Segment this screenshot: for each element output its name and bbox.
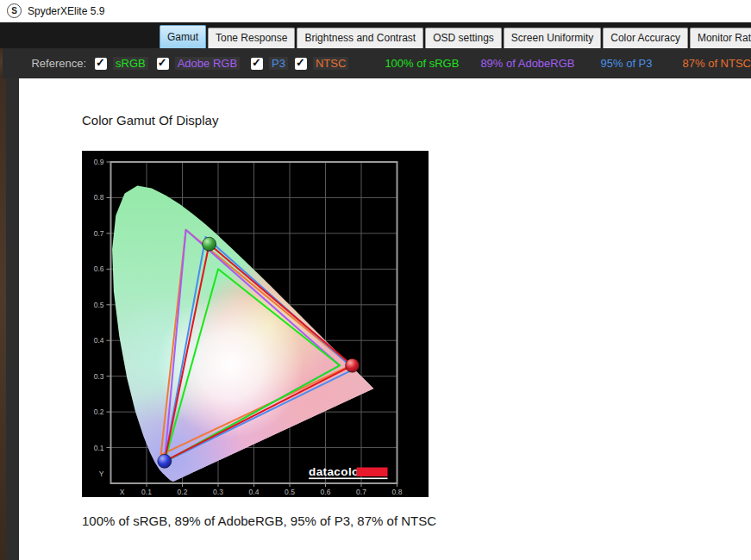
tab-screen-uniformity[interactable]: Screen Uniformity [504,28,601,48]
svg-text:0.6: 0.6 [321,488,331,496]
page-title: Color Gamut Of Display [82,113,218,128]
adobe-rgb-coverage-text: 89% of AdobeRGB [480,57,574,70]
svg-text:0.5: 0.5 [285,488,295,496]
spyder-logo-icon: S [7,3,22,18]
svg-text:0.1: 0.1 [94,444,104,452]
p3-checkbox[interactable] [251,58,263,70]
srgb-checkbox[interactable] [95,58,107,70]
svg-text:0.9: 0.9 [94,158,104,166]
svg-text:X: X [120,488,125,496]
tab-monitor-rating[interactable]: Monitor Rating [690,28,751,48]
svg-text:0.3: 0.3 [94,372,104,381]
svg-text:0.7: 0.7 [94,229,104,238]
svg-text:Y: Y [99,470,104,478]
ntsc-coverage-text: 87% of NTSC [683,57,751,70]
srgb-coverage-text: 100% of sRGB [385,57,459,70]
tab-osd-settings[interactable]: OSD settings [425,28,502,48]
adobe-rgb-label: Adobe RGB [175,57,240,70]
svg-text:0.8: 0.8 [392,488,403,496]
svg-text:0.6: 0.6 [94,264,104,273]
svg-text:0.8: 0.8 [94,193,104,202]
tab-bar: Gamut Tone Response Brightness and Contr… [0,22,751,48]
svg-text:0.5: 0.5 [94,301,104,309]
svg-text:0.3: 0.3 [213,488,223,496]
desktop-edge-strip [0,78,6,560]
tab-gamut[interactable]: Gamut [160,25,206,48]
srgb-label: sRGB [113,57,148,70]
svg-text:0.4: 0.4 [94,336,104,345]
ntsc-checkbox[interactable] [295,58,307,70]
window-title: SpyderXElite 5.9 [28,5,104,17]
svg-text:0.2: 0.2 [178,488,188,496]
cie-chromaticity-chart: 0.10.20.30.40.50.60.70.80.90.10.20.30.40… [82,151,429,497]
p3-label: P3 [269,57,288,70]
p3-coverage-text: 95% of P3 [601,57,653,70]
datacolor-logo-text: datacolor [309,465,365,478]
title-bar: S SpyderXElite 5.9 [0,0,751,22]
tab-color-accuracy[interactable]: Color Accuracy [603,28,688,48]
tab-tone-response[interactable]: Tone Response [208,28,295,48]
coverage-summary-text: 100% of sRGB, 89% of AdobeRGB, 95% of P3… [82,513,436,528]
report-panel: Color Gamut Of Display [19,78,751,560]
svg-text:0.1: 0.1 [141,488,152,496]
window-edge-strip [6,78,19,560]
ntsc-label: NTSC [313,57,348,70]
datacolor-logo-redbar [357,468,388,477]
svg-text:0.2: 0.2 [94,408,104,416]
cie-chart-panel: 0.10.20.30.40.50.60.70.80.90.10.20.30.40… [82,151,429,497]
svg-text:0.4: 0.4 [249,488,260,496]
reference-toolbar: Reference: sRGB Adobe RGB P3 NTSC 100% o… [3,48,751,78]
tab-brightness-and-contrast[interactable]: Brightness and Contrast [297,28,423,48]
svg-text:0.7: 0.7 [356,488,366,496]
adobe-rgb-checkbox[interactable] [157,58,169,70]
reference-label: Reference: [31,57,86,70]
